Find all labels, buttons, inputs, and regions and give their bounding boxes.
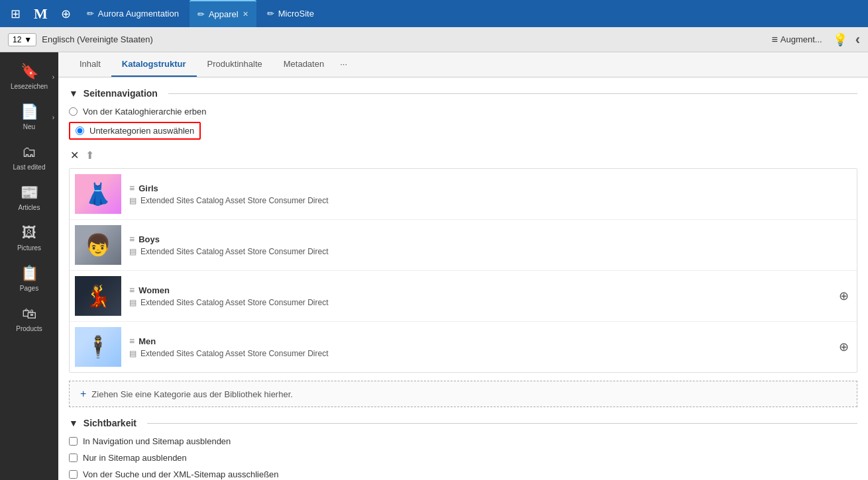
sichtbarkeit-collapse-icon[interactable]: ▼ [69,418,78,428]
second-bar-right: ≡ Augment... 💡 ‹ [771,31,860,48]
store-icon-girls: ▤ [129,196,136,205]
sidebar-item-articles[interactable]: 📰 Articles [0,179,58,216]
sidebar-item-products[interactable]: 🛍 Products [0,300,58,338]
tab-more-label: ··· [340,59,347,69]
category-sub-girls: ▤ Extended Sites Catalog Asset Store Con… [129,196,851,205]
category-sub-men: ▤ Extended Sites Catalog Asset Store Con… [129,349,851,358]
left-sidebar: 🔖 Lesezeichen › 📄 Neu › 🗂 Last edited 📰 … [0,52,58,480]
sidebar-item-pages[interactable]: 📋 Pages [0,260,58,297]
tab-more[interactable]: ··· [335,52,353,77]
sidebar-item-last-edited[interactable]: 🗂 Last edited [0,138,58,176]
pencil-icon-microsite: ✏ [267,9,274,19]
neu-icon: 📄 [21,103,38,120]
drag-icon-boys: ≡ [129,234,135,244]
girls-name-text: Girls [138,183,158,193]
move-icon-men[interactable]: ⊕ [839,340,849,354]
checkbox-nav-sitemap-text: In Navigation und Sitemap ausblenden [83,436,231,446]
move-icon-women[interactable]: ⊕ [839,289,849,303]
checkbox-nav-sitemap-input[interactable] [69,437,78,446]
checkbox-sitemap-only-text: Nur in Sitemap ausblenden [83,453,187,463]
checkbox-search-xml[interactable]: Von der Suche und der XML-Sitemap aussch… [69,469,857,479]
checkbox-sitemap-only[interactable]: Nur in Sitemap ausblenden [69,453,857,463]
category-toolbar: ✕ ⬆ [69,148,857,163]
tab-katalogstruktur[interactable]: Katalogstruktur [111,52,197,77]
sichtbarkeit-checkboxes: In Navigation und Sitemap ausblenden Nur… [69,436,857,479]
grid-icon[interactable]: ⊞ [5,7,26,21]
augment-button[interactable]: ≡ Augment... [771,34,824,46]
radio-inherit-text: Von der Kataloghierarchie erben [83,107,206,117]
men-name-text: Men [138,336,156,346]
category-info-boys: ≡ Boys ▤ Extended Sites Catalog Asset St… [129,234,851,256]
logo-icon[interactable]: M [28,5,53,23]
tab-metadaten[interactable]: Metadaten [273,52,335,77]
second-bar: 12 ▼ Englisch (Vereinigte Staaten) ≡ Aug… [0,27,868,52]
version-badge[interactable]: 12 ▼ [8,33,36,46]
tab-produktinhalte-label: Produktinhalte [207,59,262,69]
drag-icon-girls: ≡ [129,183,135,193]
checkbox-search-xml-input[interactable] [69,470,78,479]
category-info-girls: ≡ Girls ▤ Extended Sites Catalog Asset S… [129,183,851,205]
category-name-men: ≡ Men [129,336,851,346]
tab-aurora[interactable]: ✏ Aurora Augmentation [79,0,187,27]
delete-category-button[interactable]: ✕ [69,148,80,163]
category-info-men: ≡ Men ▤ Extended Sites Catalog Asset Sto… [129,336,851,358]
sidebar-label-pictures: Pictures [17,244,41,252]
sichtbarkeit-title: Sichtbarkeit [83,418,136,428]
close-tab-apparel[interactable]: ✕ [243,10,248,19]
plus-icon: + [80,388,86,400]
checkbox-search-xml-text: Von der Suche und der XML-Sitemap aussch… [83,469,279,479]
sidebar-item-pictures[interactable]: 🖼 Pictures [0,219,58,257]
language-label: Englisch (Vereinigte Staaten) [42,34,153,44]
tab-microsite[interactable]: ✏ MicroSite [259,0,322,27]
sidebar-label-neu: Neu [23,123,35,130]
version-number: 12 [13,35,21,44]
content-tabs: Inhalt Katalogstruktur Produktinhalte Me… [58,52,868,77]
collapse-triangle-icon[interactable]: ▼ [69,88,78,99]
category-list: 👗 ≡ Girls ▤ Extended Sites Catalog Asset… [69,168,857,373]
category-thumb-boys: 👦 [75,225,121,265]
category-sub-boys: ▤ Extended Sites Catalog Asset Store Con… [129,247,851,256]
radio-select-input[interactable] [76,126,84,135]
pictures-icon: 🖼 [22,224,36,242]
sidebar-label-products: Products [16,325,42,332]
compass-icon[interactable]: ⊕ [56,7,76,21]
second-bar-left: 12 ▼ Englisch (Vereinigte Staaten) [8,33,153,46]
chevron-neu: › [52,113,54,120]
chevron-lesezeichen: › [52,73,54,80]
products-icon: 🛍 [22,305,36,322]
tab-produktinhalte[interactable]: Produktinhalte [197,52,273,77]
category-name-girls: ≡ Girls [129,183,851,193]
tab-aurora-label: Aurora Augmentation [98,9,179,19]
boys-name-text: Boys [138,234,160,244]
radio-group-navigation: Von der Kataloghierarchie erben Unterkat… [69,107,857,140]
checkbox-nav-sitemap[interactable]: In Navigation und Sitemap ausblenden [69,436,857,446]
scroll-content: ▼ Seitennavigation Von der Kataloghierar… [58,77,868,480]
radio-inherit-input[interactable] [69,107,78,116]
category-row-women: 💃 ≡ Women ▤ Extended Sites Catalog Asset… [70,271,857,322]
tab-inhalt[interactable]: Inhalt [69,52,111,77]
tab-apparel-label: Apparel [209,9,239,19]
checkbox-sitemap-only-input[interactable] [69,454,78,462]
radio-select-highlighted: Unterkategorien auswählen [69,122,201,140]
pages-icon: 📋 [21,265,38,282]
women-name-text: Women [138,285,170,295]
drag-icon-men: ≡ [129,336,135,346]
last-edited-icon: 🗂 [22,144,36,161]
list-lines-icon: ≡ [771,34,777,46]
upload-category-button[interactable]: ⬆ [84,148,95,163]
radio-select-label[interactable]: Unterkategorien auswählen [69,122,857,140]
sidebar-label-articles: Articles [19,204,40,211]
radio-inherit-label[interactable]: Von der Kataloghierarchie erben [69,107,857,117]
category-thumb-girls: 👗 [75,174,121,214]
category-row-boys: 👦 ≡ Boys ▤ Extended Sites Catalog Asset … [70,220,857,271]
seitennavigation-header: ▼ Seitennavigation [69,88,857,99]
back-chevron-icon[interactable]: ‹ [855,31,860,48]
augment-label: Augment... [781,34,822,44]
tab-apparel[interactable]: ✏ Apparel ✕ [190,0,256,27]
sidebar-item-lesezeichen[interactable]: 🔖 Lesezeichen › [0,58,58,95]
bulb-icon[interactable]: 💡 [833,32,847,47]
sidebar-item-neu[interactable]: 📄 Neu › [0,98,58,136]
store-icon-women: ▤ [129,298,136,307]
category-row-men: 🕴 ≡ Men ▤ Extended Sites Catalog Asset S… [70,322,857,372]
tab-metadaten-label: Metadaten [284,59,324,69]
